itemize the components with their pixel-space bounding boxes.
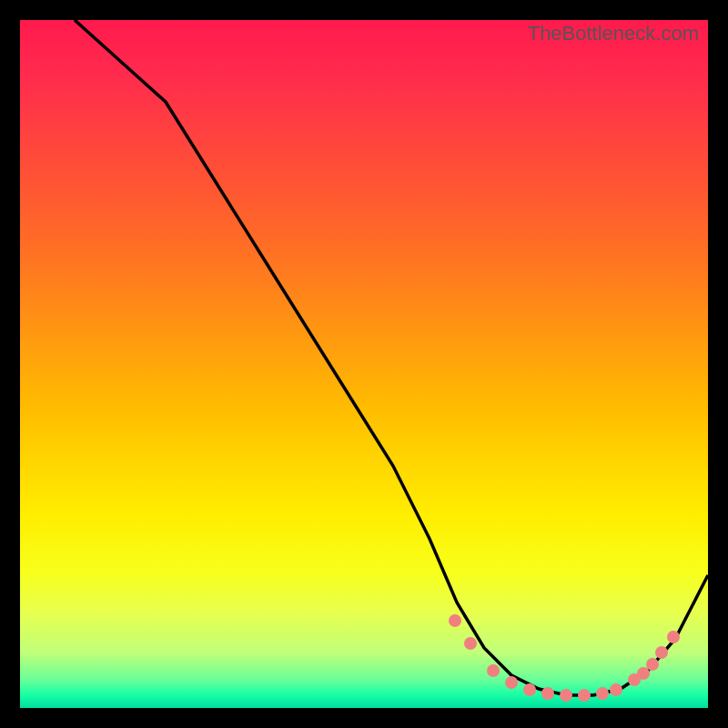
chart-svg	[20, 20, 708, 708]
marker-dot	[610, 683, 622, 696]
plot-area: TheBottleneck.com	[20, 20, 708, 708]
marker-dot	[541, 687, 554, 700]
optimal-range-markers	[449, 614, 680, 702]
marker-dot	[523, 683, 536, 696]
marker-dot	[578, 689, 591, 702]
marker-dot	[646, 658, 659, 671]
marker-dot	[487, 664, 500, 677]
marker-dot	[667, 631, 680, 643]
bottleneck-curve-line	[75, 20, 708, 695]
marker-dot	[464, 637, 477, 650]
marker-dot	[560, 689, 572, 702]
marker-dot	[449, 614, 461, 627]
marker-dot	[637, 667, 650, 680]
watermark-text: TheBottleneck.com	[528, 22, 699, 46]
marker-dot	[505, 676, 518, 689]
marker-dot	[655, 646, 668, 659]
chart-container: TheBottleneck.com	[0, 0, 728, 728]
marker-dot	[596, 687, 609, 700]
